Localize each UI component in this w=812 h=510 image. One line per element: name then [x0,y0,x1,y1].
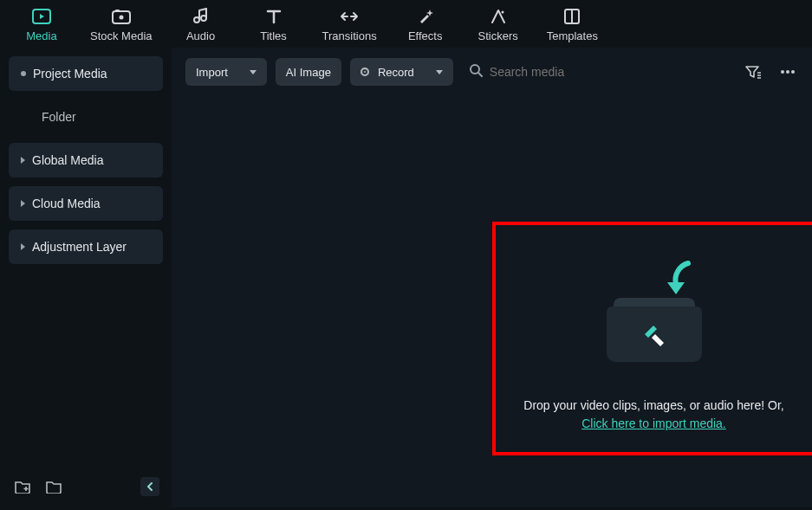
svg-line-9 [478,73,482,76]
svg-rect-4 [115,10,120,12]
tab-stickers[interactable]: Stickers [474,7,523,42]
tab-label: Stock Media [90,29,153,42]
tab-label: Titles [260,29,287,42]
transitions-icon [340,7,359,26]
tab-templates[interactable]: Templates [547,7,598,42]
chevron-right-icon [21,157,25,164]
tab-stock-media[interactable]: Stock Media [90,7,153,42]
sidebar-item-adjustment-layer[interactable]: Adjustment Layer [9,229,163,264]
search-input[interactable] [490,65,663,79]
record-button[interactable]: Record [350,58,453,86]
media-icon [32,7,51,26]
chevron-down-icon [250,70,257,74]
svg-point-11 [786,70,789,74]
tab-label: Transitions [322,29,377,42]
sidebar-item-global-media[interactable]: Global Media [9,143,163,178]
sidebar-item-label: Folder [42,110,76,124]
sidebar-item-folder: Folder [9,100,163,134]
folder-button[interactable] [43,476,64,497]
titles-icon [264,7,283,26]
search-icon [469,63,483,81]
chevron-down-icon [436,70,443,74]
tab-label: Effects [408,29,443,42]
sidebar-item-label: Adjustment Layer [32,240,127,254]
sidebar-item-project-media[interactable]: Project Media [9,56,163,91]
tab-titles[interactable]: Titles [250,7,298,42]
tab-audio[interactable]: Audio [177,7,225,42]
record-icon [361,68,369,76]
templates-icon [562,7,581,26]
svg-point-5 [501,11,503,14]
content-panel: Import AI Image Record [172,48,812,507]
new-folder-button[interactable] [12,476,33,497]
button-label: Record [378,66,414,79]
stock-media-icon [112,7,131,26]
effects-icon [416,7,435,26]
import-button[interactable]: Import [185,58,267,86]
sidebar-footer [9,468,163,507]
button-label: AI Image [286,66,331,79]
svg-point-12 [791,70,795,74]
stickers-icon [489,7,508,26]
content-toolbar: Import AI Image Record [172,48,812,96]
svg-point-10 [781,70,784,74]
annotation-highlight-box [492,222,812,455]
tab-label: Media [26,29,56,42]
sidebar-item-label: Cloud Media [32,197,101,210]
chevron-right-icon [21,200,25,207]
media-drop-area[interactable]: Drop your video clips, images, or audio … [172,96,812,507]
svg-marker-1 [40,14,44,19]
chevron-right-icon [21,243,25,250]
filter-button[interactable] [743,61,763,82]
ai-image-button[interactable]: AI Image [276,58,341,86]
audio-icon [192,7,211,26]
sidebar-item-cloud-media[interactable]: Cloud Media [9,186,163,221]
bullet-icon [21,71,26,76]
sidebar: Project Media Folder Global Media Cloud … [0,48,172,507]
sidebar-item-label: Project Media [33,67,107,81]
search-container [462,63,734,81]
collapse-sidebar-button[interactable] [140,477,159,496]
svg-point-3 [119,16,123,20]
button-label: Import [196,66,228,79]
tab-label: Audio [186,29,215,42]
tab-transitions[interactable]: Transitions [322,7,377,42]
tab-effects[interactable]: Effects [401,7,450,42]
sidebar-item-label: Global Media [32,153,104,167]
more-options-button[interactable] [777,61,798,82]
tab-label: Templates [547,29,598,42]
tab-media[interactable]: Media [17,7,66,42]
tab-label: Stickers [478,29,518,42]
top-tab-bar: Media Stock Media Audio Titles Transitio… [0,0,812,48]
